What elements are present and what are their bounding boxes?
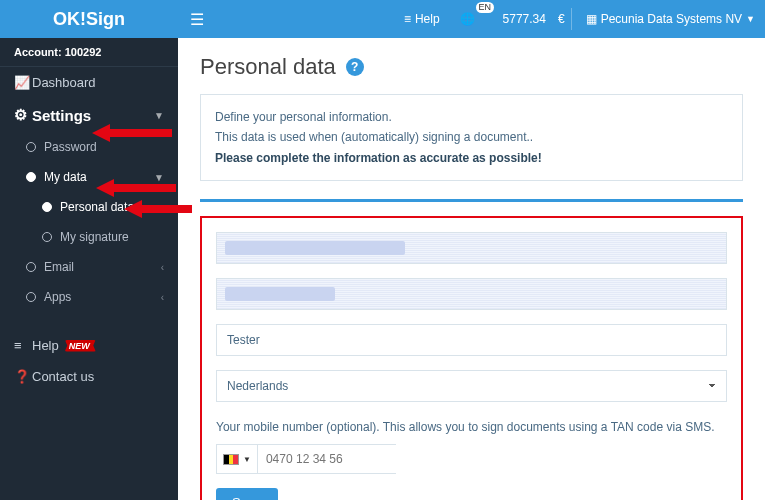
- name-input[interactable]: [216, 324, 727, 356]
- sidebar-item-apps[interactable]: Apps‹: [0, 282, 178, 312]
- country-flag-button[interactable]: ▼: [217, 445, 258, 473]
- phone-input-group: ▼: [216, 444, 396, 474]
- save-button[interactable]: Save: [216, 488, 278, 500]
- redacted-field-2[interactable]: [216, 278, 727, 310]
- menu-toggle-icon[interactable]: ☰: [178, 10, 216, 29]
- flag-be-icon: [223, 454, 239, 465]
- chevron-down-icon: ▼: [243, 455, 251, 464]
- dashboard-icon: 📈: [14, 75, 32, 90]
- sidebar: Account: 100292 📈Dashboard ⚙Settings▼ Pa…: [0, 38, 178, 500]
- sidebar-item-email[interactable]: Email‹: [0, 252, 178, 282]
- topbar: OK!Sign ☰ ≡Help 🌐EN 5777.34 € ▦Pecunia D…: [0, 0, 765, 38]
- topbar-org[interactable]: ▦Pecunia Data Systems NV▼: [576, 0, 765, 38]
- phone-input[interactable]: [258, 445, 424, 473]
- globe-icon: 🌐: [460, 12, 475, 26]
- sidebar-item-contact[interactable]: ❓Contact us: [0, 361, 178, 392]
- sidebar-item-mydata[interactable]: My data▼: [0, 162, 178, 192]
- page-help-icon[interactable]: ?: [346, 58, 364, 76]
- mobile-hint: Your mobile number (optional). This allo…: [216, 420, 727, 434]
- topbar-help[interactable]: ≡Help: [394, 0, 450, 38]
- chevron-down-icon: ▼: [154, 172, 164, 183]
- chevron-left-icon: ‹: [161, 262, 164, 273]
- page-title: Personal data?: [200, 54, 743, 80]
- sidebar-item-personaldata[interactable]: Personal data: [0, 192, 178, 222]
- main-content: Personal data? Define your personal info…: [178, 38, 765, 500]
- gear-icon: ⚙: [14, 106, 32, 124]
- info-line-strong: Please complete the information as accur…: [215, 148, 728, 168]
- chevron-left-icon: ‹: [161, 292, 164, 303]
- help-icon: ≡: [404, 12, 411, 26]
- question-icon: ❓: [14, 369, 32, 384]
- chevron-down-icon: ▼: [746, 14, 755, 24]
- topbar-separator: [571, 8, 572, 30]
- sidebar-item-dashboard[interactable]: 📈Dashboard: [0, 67, 178, 98]
- topbar-language[interactable]: 🌐EN: [450, 0, 493, 38]
- topbar-wallet[interactable]: 5777.34: [493, 0, 556, 38]
- form-highlight-box: Nederlands Your mobile number (optional)…: [200, 216, 743, 500]
- help-icon: ≡: [14, 338, 32, 353]
- info-box: Define your personal information. This d…: [200, 94, 743, 181]
- lang-badge: EN: [476, 2, 495, 13]
- sidebar-item-mysignature[interactable]: My signature: [0, 222, 178, 252]
- sidebar-item-help[interactable]: ≡HelpNEW: [0, 330, 178, 361]
- account-label: Account: 100292: [0, 38, 178, 67]
- info-line: Define your personal information.: [215, 107, 728, 127]
- sidebar-item-settings[interactable]: ⚙Settings▼: [0, 98, 178, 132]
- info-line: This data is used when (automatically) s…: [215, 127, 728, 147]
- chevron-down-icon: ▼: [154, 110, 164, 121]
- building-icon: ▦: [586, 12, 597, 26]
- section-divider: [200, 199, 743, 202]
- app-logo: OK!Sign: [0, 9, 178, 30]
- sidebar-item-password[interactable]: Password: [0, 132, 178, 162]
- new-badge: NEW: [65, 340, 96, 352]
- wallet-currency: €: [556, 0, 567, 38]
- language-select[interactable]: Nederlands: [216, 370, 727, 402]
- redacted-field-1[interactable]: [216, 232, 727, 264]
